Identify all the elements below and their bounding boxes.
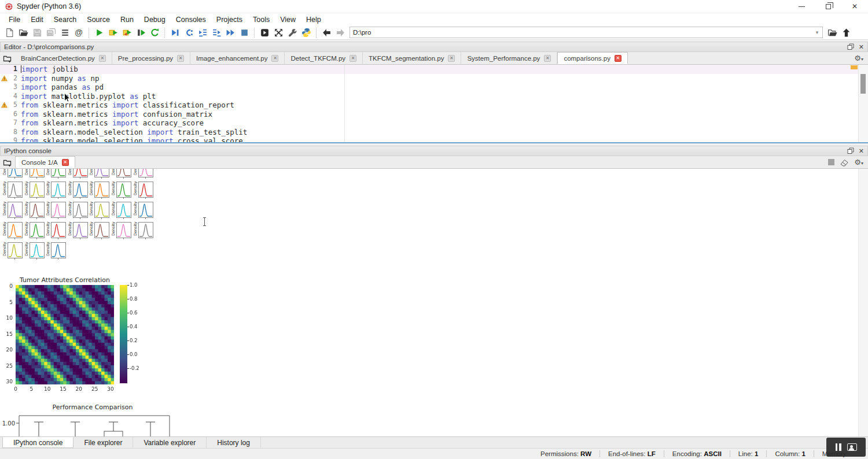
forward-button[interactable]	[333, 26, 347, 39]
file-switcher-button[interactable]	[58, 26, 72, 39]
tab-close-icon[interactable]: ✕	[99, 55, 106, 62]
recorder-snapshot-icon[interactable]	[847, 443, 857, 451]
warning-icon	[0, 74, 8, 83]
density-subplot: Density	[89, 222, 111, 242]
editor-tab-braincancerdetection-py[interactable]: BrainCancerDetection.py✕	[15, 52, 112, 64]
console-scrollbar[interactable]	[858, 169, 868, 436]
debug-step-into-button[interactable]	[196, 26, 209, 39]
run-cell-button[interactable]	[106, 26, 120, 39]
console-tab[interactable]: Console 1/A ✕	[15, 156, 75, 168]
console-options-gear-icon[interactable]: ⚙▾	[854, 158, 863, 166]
run-cell-advance-button[interactable]	[120, 26, 134, 39]
code-line-1[interactable]: 1import joblib	[0, 65, 868, 74]
menu-run[interactable]: Run	[115, 14, 139, 25]
back-button[interactable]	[319, 26, 333, 39]
editor-tab-pre_processing-py[interactable]: Pre_processing.py✕	[112, 52, 190, 64]
code-line-3[interactable]: 3import pandas as pd	[0, 83, 868, 92]
debug-step-button[interactable]	[182, 26, 196, 39]
browse-tabs-button[interactable]	[0, 52, 15, 64]
code-line-8[interactable]: 8from sklearn.model_selection import tra…	[0, 128, 868, 137]
chevron-down-icon[interactable]: ▾	[812, 29, 822, 35]
density-subplot: Density	[2, 202, 24, 222]
undock-icon[interactable]	[847, 43, 854, 50]
tab-close-icon[interactable]: ✕	[177, 55, 184, 62]
working-directory-input[interactable]	[350, 29, 812, 36]
code-line-4[interactable]: 4import matplotlib.pyplot as plt	[0, 92, 868, 101]
console-output-area[interactable]: DensityDensityDensityDensityDensityDensi…	[0, 169, 868, 436]
new-file-button[interactable]	[2, 26, 16, 39]
up-dir-button[interactable]	[839, 26, 853, 39]
editor-tab-system_performance-py[interactable]: System_Performance.py✕	[461, 52, 557, 64]
menu-source[interactable]: Source	[82, 14, 115, 25]
tab-close-icon[interactable]: ✕	[615, 55, 621, 62]
tab-close-icon[interactable]: ✕	[350, 55, 356, 62]
restore-button[interactable]	[815, 0, 841, 13]
tab-close-icon[interactable]: ✕	[448, 55, 455, 62]
menu-tools[interactable]: Tools	[248, 14, 275, 25]
console-pane-header: IPython console ✕	[0, 146, 868, 156]
preferences-button[interactable]	[285, 26, 299, 39]
editor-tab-tkfcm_segmentation-py[interactable]: TKFCM_segmentation.py✕	[363, 52, 461, 64]
browse-tabs-button[interactable]	[0, 156, 15, 168]
run-selection-button[interactable]	[134, 26, 148, 39]
open-dir-button[interactable]	[825, 26, 839, 39]
python-path-button[interactable]	[299, 26, 313, 39]
symbol-finder-button[interactable]: @	[72, 26, 86, 39]
recorder-pause-icon[interactable]	[836, 443, 841, 451]
fullscreen-button[interactable]	[271, 26, 285, 39]
bottom-tab-file-explorer[interactable]: File explorer	[73, 437, 133, 448]
boxplot-title: Performance Comparison	[0, 404, 185, 411]
save-all-button[interactable]	[44, 26, 58, 39]
open-file-button[interactable]	[16, 26, 30, 39]
save-button[interactable]	[30, 26, 44, 39]
menu-view[interactable]: View	[275, 14, 301, 25]
bottom-tab-ipython-console[interactable]: IPython console	[2, 437, 73, 448]
menu-search[interactable]: Search	[49, 14, 82, 25]
density-subplot: Density	[24, 202, 46, 222]
code-line-9[interactable]: 9from sklearn.model_selection import cro…	[0, 136, 868, 142]
minimize-button[interactable]	[788, 0, 815, 13]
debug-stop-button[interactable]	[237, 26, 251, 39]
bottom-tab-variable-explorer[interactable]: Variable explorer	[133, 437, 207, 448]
editor-tab-comparisons-py[interactable]: comparisons.py✕	[557, 52, 628, 64]
tab-close-icon[interactable]: ✕	[271, 55, 278, 62]
menu-help[interactable]: Help	[301, 14, 326, 25]
code-text: import matplotlib.pyplot as plt	[21, 92, 156, 101]
heatmap-xtick: 0	[11, 386, 20, 392]
code-line-5[interactable]: 5from sklearn.metrics import classificat…	[0, 101, 868, 110]
menu-edit[interactable]: Edit	[25, 14, 49, 25]
heatmap-ytick: 20	[1, 347, 13, 353]
editor-tab-image_enhancement-py[interactable]: Image_enhancement.py✕	[190, 52, 285, 64]
close-button[interactable]: ✕	[841, 0, 868, 13]
heatmap-ytick: 25	[1, 363, 13, 369]
code-text: from sklearn.model_selection import cros…	[21, 136, 243, 142]
rerun-button[interactable]	[148, 26, 161, 39]
tab-close-icon[interactable]: ✕	[544, 55, 551, 62]
close-pane-icon[interactable]: ✕	[859, 43, 864, 51]
run-button[interactable]	[92, 26, 106, 39]
editor-scrollbar-thumb[interactable]	[860, 74, 866, 94]
clear-console-eraser-icon[interactable]	[840, 158, 849, 167]
debug-step-out-button[interactable]	[209, 26, 223, 39]
menu-projects[interactable]: Projects	[211, 14, 248, 25]
menu-consoles[interactable]: Consoles	[171, 14, 211, 25]
code-line-2[interactable]: 2import numpy as np	[0, 74, 868, 83]
maximize-pane-button[interactable]	[258, 26, 271, 39]
code-line-6[interactable]: 6from sklearn.metrics import confusion_m…	[0, 110, 868, 119]
editor-tab-detect_tkfcm-py[interactable]: Detect_TKFCM.py✕	[285, 52, 363, 64]
tab-close-icon[interactable]: ✕	[62, 159, 69, 166]
density-subplot: Density	[46, 182, 68, 202]
undock-icon[interactable]	[847, 147, 854, 154]
close-pane-icon[interactable]: ✕	[859, 147, 864, 155]
density-subplot: Density	[68, 182, 90, 202]
editor-code-area[interactable]: 1import joblib2import numpy as np3import…	[0, 65, 868, 142]
working-directory-combo[interactable]: ▾	[350, 27, 823, 38]
bottom-tab-history-log[interactable]: History log	[207, 437, 261, 448]
menu-debug[interactable]: Debug	[139, 14, 171, 25]
debug-button[interactable]	[168, 26, 182, 39]
editor-options-gear-icon[interactable]: ⚙▾	[854, 54, 863, 62]
debug-continue-button[interactable]	[223, 26, 237, 39]
code-line-7[interactable]: 7from sklearn.metrics import accuracy_sc…	[0, 119, 868, 128]
interrupt-kernel-icon[interactable]	[828, 159, 834, 165]
menu-file[interactable]: File	[3, 14, 25, 25]
